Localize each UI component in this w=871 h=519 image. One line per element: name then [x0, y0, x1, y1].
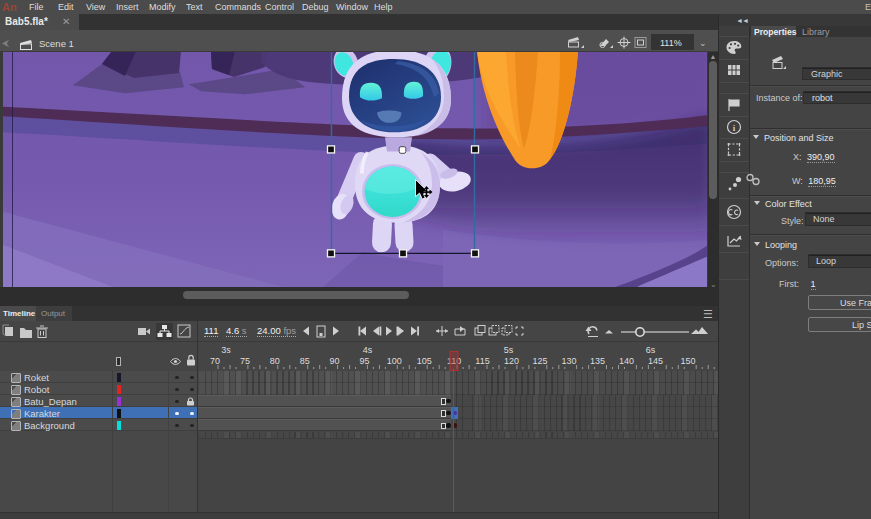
svg-text:145: 145 — [648, 356, 663, 366]
svg-text:115: 115 — [475, 356, 489, 366]
svg-text:140: 140 — [619, 356, 634, 366]
svg-text:95: 95 — [359, 356, 369, 366]
svg-text:100: 100 — [387, 356, 402, 366]
svg-text:85: 85 — [300, 356, 310, 366]
svg-text:6s: 6s — [646, 345, 656, 355]
svg-text:130: 130 — [561, 356, 576, 366]
svg-text:75: 75 — [240, 356, 250, 366]
svg-text:125: 125 — [532, 356, 547, 366]
svg-text:70: 70 — [210, 356, 220, 366]
svg-text:80: 80 — [270, 356, 280, 366]
svg-text:90: 90 — [330, 356, 340, 366]
svg-text:150: 150 — [680, 356, 695, 366]
svg-text:5s: 5s — [504, 345, 514, 355]
svg-text:4s: 4s — [363, 345, 373, 355]
svg-text:135: 135 — [590, 356, 605, 366]
svg-text:105: 105 — [417, 356, 432, 366]
svg-text:i: i — [733, 123, 736, 133]
svg-text:120: 120 — [504, 356, 519, 366]
svg-text:3s: 3s — [221, 345, 231, 355]
